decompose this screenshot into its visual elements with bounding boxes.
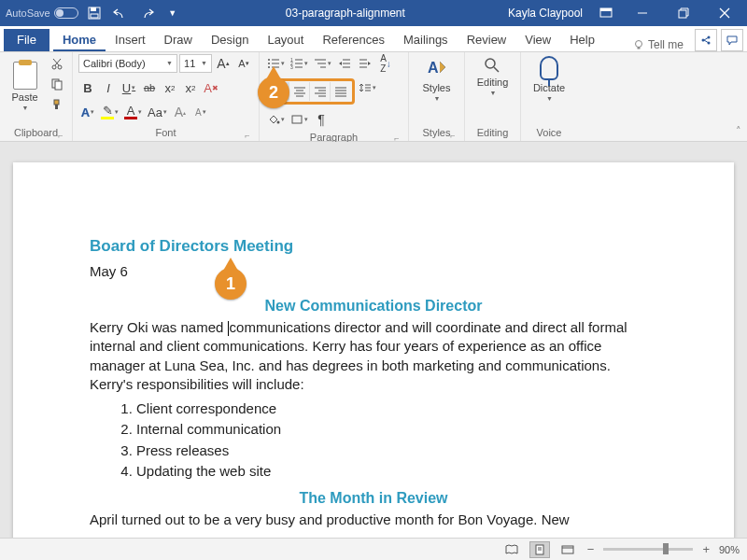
save-icon[interactable]	[84, 3, 105, 23]
align-center-button[interactable]	[289, 82, 310, 101]
tab-file[interactable]: File	[4, 29, 49, 51]
borders-button[interactable]: ▾	[289, 110, 310, 129]
document-area[interactable]: Board of Directors Meeting May 6 New Com…	[0, 142, 747, 538]
svg-point-9	[635, 41, 641, 48]
zoom-in-button[interactable]: +	[700, 542, 712, 556]
shrink-font2-button[interactable]: A▾	[191, 103, 210, 121]
text-date: May 6	[90, 263, 657, 279]
svg-point-24	[268, 63, 270, 64]
close-button[interactable]	[706, 0, 743, 26]
numbering-button[interactable]: 123▾	[289, 54, 310, 73]
shrink-font-button[interactable]: A▾	[234, 54, 253, 73]
justify-button[interactable]	[331, 82, 351, 101]
font-size-select[interactable]: 11▼	[179, 54, 212, 73]
callout-2: 2	[258, 77, 289, 108]
svg-text:A: A	[428, 60, 439, 76]
decrease-indent-button[interactable]	[335, 54, 354, 73]
list-item: Client correspondence	[136, 399, 657, 418]
microphone-icon	[540, 56, 558, 80]
text-effects-button[interactable]: A▾	[78, 103, 97, 121]
scissors-icon	[50, 57, 63, 70]
svg-point-11	[702, 39, 705, 42]
font-dialog-launcher[interactable]: ⌐	[242, 129, 253, 140]
svg-rect-20	[54, 100, 59, 105]
line-spacing-button[interactable]: ▾	[357, 78, 378, 97]
svg-point-65	[486, 59, 495, 68]
svg-point-62	[277, 121, 280, 124]
tab-help[interactable]: Help	[560, 29, 604, 51]
svg-rect-70	[562, 546, 573, 553]
italic-button[interactable]: I	[99, 78, 118, 97]
web-layout-button[interactable]	[557, 541, 578, 558]
grow-font-button[interactable]: A▴	[214, 54, 233, 73]
titlebar: AutoSave ▼ 03-paragraph-alignment Kayla …	[0, 0, 747, 26]
editing-menu[interactable]: Editing▼	[473, 54, 513, 98]
autosave-toggle[interactable]: AutoSave	[6, 7, 78, 19]
font-color-button[interactable]: A▾	[122, 103, 144, 121]
highlight-button[interactable]: ✎▾	[99, 103, 120, 121]
increase-indent-button[interactable]	[356, 54, 374, 73]
tab-draw[interactable]: Draw	[155, 29, 202, 51]
styles-dialog-launcher[interactable]: ⌐	[447, 129, 458, 140]
tab-view[interactable]: View	[515, 29, 560, 51]
copy-button[interactable]	[48, 75, 66, 93]
show-marks-button[interactable]: ¶	[312, 110, 331, 129]
multilevel-list-button[interactable]: ▾	[312, 54, 333, 73]
minimize-button[interactable]	[624, 0, 661, 26]
paint-bucket-icon	[267, 114, 280, 125]
format-painter-button[interactable]	[48, 95, 66, 114]
restore-button[interactable]	[665, 0, 702, 26]
svg-line-66	[494, 67, 499, 72]
align-right-button[interactable]	[310, 82, 331, 101]
tab-design[interactable]: Design	[202, 29, 258, 51]
font-name-select[interactable]: Calibri (Body)▼	[78, 54, 177, 73]
list-item: Updating the web site	[136, 462, 657, 481]
svg-rect-19	[55, 81, 62, 90]
user-name[interactable]: Kayla Claypool	[502, 7, 588, 20]
paste-icon	[13, 62, 37, 90]
svg-text:3: 3	[290, 64, 293, 69]
tell-me[interactable]: Tell me	[626, 38, 691, 51]
document-title: 03-paragraph-alignment	[189, 7, 502, 20]
tab-mailings[interactable]: Mailings	[394, 29, 458, 51]
strikethrough-button[interactable]: ab	[140, 78, 159, 97]
tab-home[interactable]: Home	[53, 29, 106, 51]
clear-format-button[interactable]: A✖	[202, 78, 220, 97]
page: Board of Directors Meeting May 6 New Com…	[13, 162, 734, 538]
read-mode-button[interactable]	[501, 541, 522, 558]
undo-icon[interactable]	[110, 3, 131, 23]
tab-insert[interactable]: Insert	[106, 29, 155, 51]
sort-button[interactable]: AZ↓	[376, 54, 395, 73]
zoom-level[interactable]: 90%	[719, 544, 740, 555]
subscript-button[interactable]: x2	[161, 78, 179, 97]
cut-button[interactable]	[48, 54, 66, 73]
tab-layout[interactable]: Layout	[258, 29, 313, 51]
superscript-button[interactable]: x2	[181, 78, 200, 97]
heading-month-review: The Month in Review	[90, 490, 657, 507]
change-case-button[interactable]: Aa▾	[146, 103, 169, 121]
tab-references[interactable]: References	[313, 29, 393, 51]
lightbulb-icon	[633, 39, 644, 50]
ribbon-display-options-icon[interactable]	[592, 0, 620, 26]
redo-icon[interactable]	[136, 3, 157, 23]
paste-button[interactable]: Paste ▼	[6, 54, 44, 118]
grow-font2-button[interactable]: A▴	[171, 103, 190, 121]
comments-button[interactable]	[721, 29, 743, 51]
print-layout-button[interactable]	[529, 541, 550, 558]
share-button[interactable]	[695, 29, 717, 51]
bold-button[interactable]: B	[78, 78, 97, 97]
svg-point-13	[708, 42, 711, 45]
styles-gallery[interactable]: A Styles▼	[419, 54, 455, 104]
shading-button[interactable]: ▾	[265, 110, 287, 129]
dictate-button[interactable]: Dictate▼	[529, 54, 569, 104]
svg-point-15	[58, 65, 62, 69]
tab-review[interactable]: Review	[458, 29, 516, 51]
collapse-ribbon-button[interactable]: ˄	[736, 125, 741, 137]
underline-button[interactable]: U▾	[120, 78, 138, 97]
clipboard-dialog-launcher[interactable]: ⌐	[55, 129, 66, 140]
qat-customize-icon[interactable]: ▼	[162, 3, 183, 23]
group-font: Calibri (Body)▼ 11▼ A▴ A▾ B I U▾ ab x2 x…	[73, 52, 260, 141]
zoom-out-button[interactable]: −	[585, 542, 597, 556]
zoom-slider[interactable]	[603, 548, 693, 551]
list-item: Internal communication	[136, 420, 657, 439]
